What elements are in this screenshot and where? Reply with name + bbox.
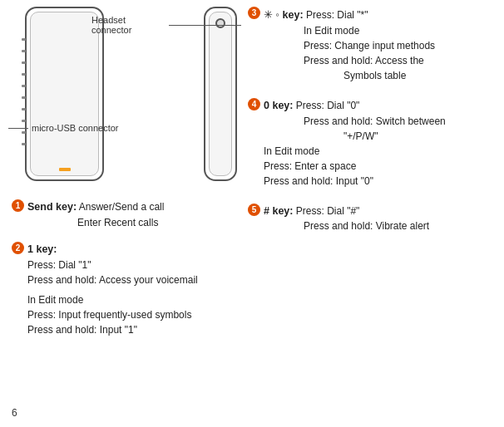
star-icon: ✳ ◦	[264, 8, 279, 21]
usb-port	[59, 168, 71, 171]
send-key-line2: Enter Recent calls	[27, 215, 236, 230]
zero-key-line1: Press: Dial "0"	[296, 100, 360, 111]
hash-key-line1: Press: Dial "#"	[296, 205, 360, 217]
usb-label-text: micro-USB connector	[32, 123, 119, 133]
item-4-content: 0 key: Press: Dial "0" Press and hold: S…	[264, 98, 497, 189]
hash-key-line2: Press and hold: Vibrate alert	[264, 218, 497, 233]
badge-3: 3	[248, 7, 260, 19]
badge-2: 2	[12, 242, 24, 254]
item-star-key: 3 ✳ ◦ key: Press: Dial "*" In Edit mode …	[248, 7, 497, 83]
hash-key-label: # key:	[264, 205, 293, 217]
send-key-line1: Answer/Send a call	[79, 201, 165, 213]
star-key-line2: Press: Change input methods	[264, 38, 497, 53]
one-key-line2: Press and hold: Access your voicemail	[27, 272, 236, 287]
badge-5: 5	[248, 204, 260, 216]
usb-label-group: micro-USB connector	[8, 123, 119, 133]
star-key-label: key:	[283, 9, 304, 21]
item-3-content: ✳ ◦ key: Press: Dial "*" In Edit mode Pr…	[264, 7, 497, 83]
item-0-key: 4 0 key: Press: Dial "0" Press and hold:…	[248, 98, 497, 189]
item-send-key: 1 Send key: Answer/Send a call Enter Rec…	[12, 199, 236, 230]
send-key-label: Send key:	[27, 201, 77, 213]
content-left: 1 Send key: Answer/Send a call Enter Rec…	[12, 199, 236, 349]
page: Headset connector micro-USB connector 1 …	[0, 0, 504, 427]
star-key-line1: Press: Dial "*"	[306, 9, 368, 21]
item-1-key: 2 1 key: Press: Dial "1" Press and hold:…	[12, 242, 236, 337]
phone-screen	[30, 12, 99, 176]
zero-key-line2: Press and hold: Switch between	[264, 114, 497, 129]
headset-connector-line	[169, 25, 241, 26]
item-2-content: 1 key: Press: Dial "1" Press and hold: A…	[27, 242, 236, 337]
one-key-line3: Press: Input frequently-used symbols	[27, 307, 236, 322]
usb-line	[8, 128, 28, 129]
zero-key-line4: Press: Enter a space	[264, 159, 497, 174]
one-key-edit-mode: In Edit mode	[27, 292, 236, 307]
star-key-edit: In Edit mode	[264, 23, 497, 38]
one-key-line1: Press: Dial "1"	[27, 258, 236, 272]
star-key-line3: Press and hold: Access the	[264, 53, 497, 68]
zero-key-line5: Press and hold: Input "0"	[264, 174, 497, 189]
zero-key-line3: "+/P/W"	[264, 129, 497, 144]
item-5-content: # key: Press: Dial "#" Press and hold: V…	[264, 204, 497, 234]
zero-key-label: 0 key:	[264, 100, 293, 111]
one-key-line4: Press and hold: Input "1"	[27, 322, 236, 337]
one-key-label: 1 key:	[27, 243, 57, 255]
badge-4: 4	[248, 98, 260, 110]
item-1-content: Send key: Answer/Send a call Enter Recen…	[27, 199, 236, 230]
content-right: 3 ✳ ◦ key: Press: Dial "*" In Edit mode …	[248, 7, 497, 245]
badge-1: 1	[12, 199, 24, 212]
item-hash-key: 5 # key: Press: Dial "#" Press and hold:…	[248, 204, 497, 234]
star-key-line4: Symbols table	[264, 68, 497, 83]
headset-label-text: Headset connector	[91, 15, 166, 35]
phone-illustration: Headset connector micro-USB connector	[0, 0, 241, 191]
page-number: 6	[12, 407, 17, 419]
phone-right-inner	[209, 12, 232, 176]
headset-label-group: Headset connector	[91, 15, 241, 35]
zero-key-edit: In Edit mode	[264, 144, 497, 159]
